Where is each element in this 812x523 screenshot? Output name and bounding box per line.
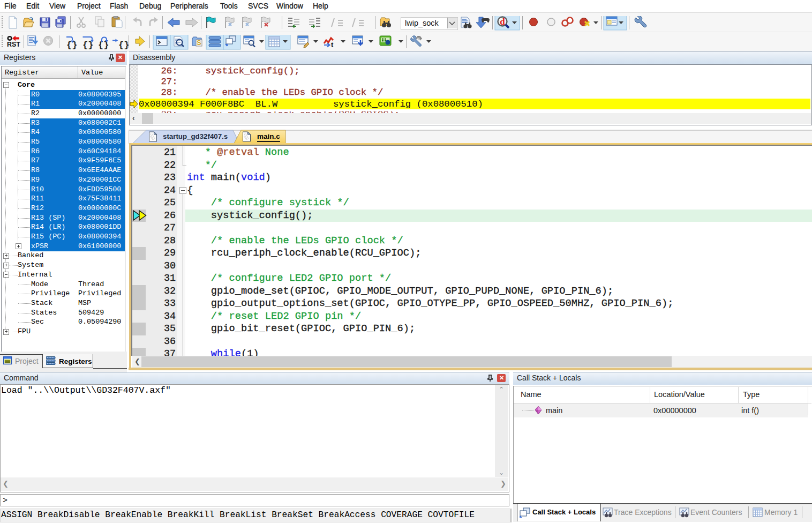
svg-text:S: S [197,39,201,47]
svg-text:d: d [500,17,505,27]
svg-text:{}: {} [118,40,129,50]
svg-text:RST: RST [7,41,20,48]
svg-text:t: t [331,41,334,49]
svg-text:{}: {} [98,40,109,50]
